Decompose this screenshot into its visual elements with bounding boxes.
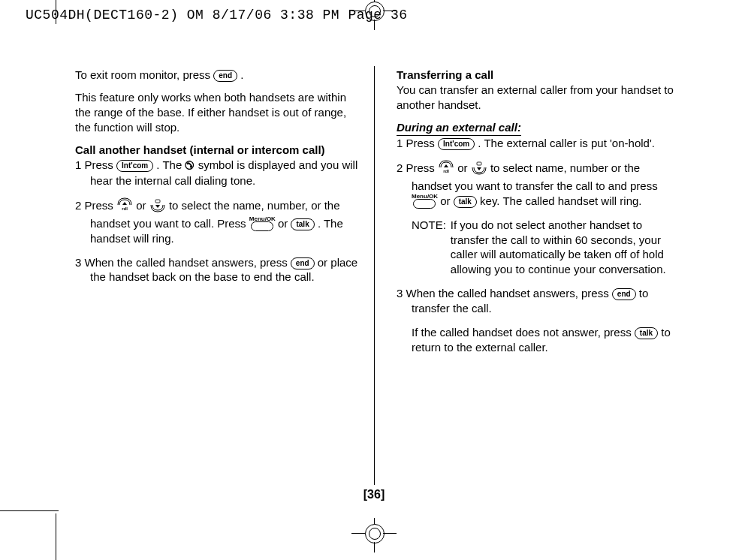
menu-ok-button-icon: Menu/OK	[412, 195, 437, 209]
right-column: Transferring a call You can transfer an …	[397, 68, 682, 363]
text: . The external caller is put 'on-hold'.	[478, 137, 655, 149]
talk-button-icon: talk	[454, 196, 477, 208]
svg-text:rdl: rdl	[122, 206, 128, 211]
column-divider	[374, 66, 375, 485]
nav-down-icon	[471, 160, 487, 179]
file-header: UC504DH(DECT160-2) OM 8/17/06 3:38 PM Pa…	[26, 8, 408, 23]
no-answer-line: If the called handset does not answer, p…	[412, 325, 682, 355]
text: or	[440, 194, 454, 207]
step-3: 3 When the called handset answers, press…	[75, 255, 360, 285]
text: To exit room monitor, press	[75, 68, 213, 81]
nav-up-icon: rdl	[438, 160, 454, 179]
intcom-button-icon: Int'com	[438, 138, 475, 150]
during-call-heading: During an external call:	[397, 120, 521, 136]
transfer-intro: You can transfer an external caller from…	[397, 83, 682, 113]
text: 1 Press	[397, 137, 438, 149]
svg-rect-3	[477, 162, 481, 165]
call-another-heading: Call another handset (internal or interc…	[75, 143, 360, 158]
note-label: NOTE:	[412, 218, 451, 278]
text: 2 Press	[397, 161, 438, 174]
text: key. The called handset will ring.	[480, 194, 641, 207]
text: If the called handset does not answer, p…	[412, 326, 635, 339]
text: . The	[156, 158, 185, 171]
text: or	[136, 199, 149, 212]
step-1: 1 Press Int'com . The external caller is…	[397, 136, 682, 151]
step-2: 2 Press rdl or to select the nam	[75, 197, 360, 246]
note-block: NOTE: If you do not select another hands…	[412, 218, 682, 278]
step-3: 3 When the called handset answers, press…	[397, 286, 682, 316]
step-1: 1 Press Int'com . The ✆ symbol is displa…	[75, 158, 360, 188]
call-another-steps: 1 Press Int'com . The ✆ symbol is displa…	[75, 158, 360, 285]
crop-mark-left-v	[56, 513, 56, 560]
talk-button-icon: talk	[635, 327, 658, 339]
nav-up-icon: rdl	[116, 197, 133, 216]
end-button-icon: end	[612, 288, 636, 300]
range-note: This feature only works when both handse…	[75, 90, 360, 135]
step-2: 2 Press rdl or to select name, n	[397, 160, 682, 209]
text: .	[240, 68, 243, 81]
exit-room-monitor-line: To exit room monitor, press end .	[75, 68, 360, 83]
crop-mark-top	[56, 0, 56, 24]
end-button-icon: end	[213, 70, 237, 82]
handset-icon: ✆	[182, 157, 197, 174]
transfer-steps-cont: 3 When the called handset answers, press…	[397, 286, 682, 316]
left-column: To exit room monitor, press end . This f…	[75, 68, 360, 294]
registration-mark-bottom	[351, 518, 397, 548]
end-button-icon: end	[291, 257, 315, 269]
registration-mark-top	[351, 0, 397, 26]
transfer-heading: Transferring a call	[397, 68, 682, 83]
crop-mark-left-h	[0, 510, 59, 511]
svg-text:rdl: rdl	[443, 169, 449, 173]
file-header-text: UC504DH(DECT160-2) OM 8/17/06 3:38 PM Pa…	[26, 8, 408, 23]
intcom-button-icon: Int'com	[116, 160, 153, 172]
transfer-steps: 1 Press Int'com . The external caller is…	[397, 136, 682, 209]
text: or	[457, 161, 471, 174]
talk-button-icon: talk	[291, 218, 314, 230]
text: 3 When the called handset answers, press	[75, 256, 291, 269]
svg-rect-1	[155, 200, 160, 203]
text: 2 Press	[75, 199, 116, 212]
text: 1 Press	[75, 158, 116, 171]
text: or	[278, 217, 291, 230]
menu-ok-button-icon: Menu/OK	[249, 218, 275, 231]
nav-down-icon	[149, 197, 166, 216]
note-body: If you do not select another handset to …	[451, 218, 682, 278]
page-number: [36]	[363, 488, 385, 501]
text: 3 When the called handset answers, press	[397, 287, 612, 300]
